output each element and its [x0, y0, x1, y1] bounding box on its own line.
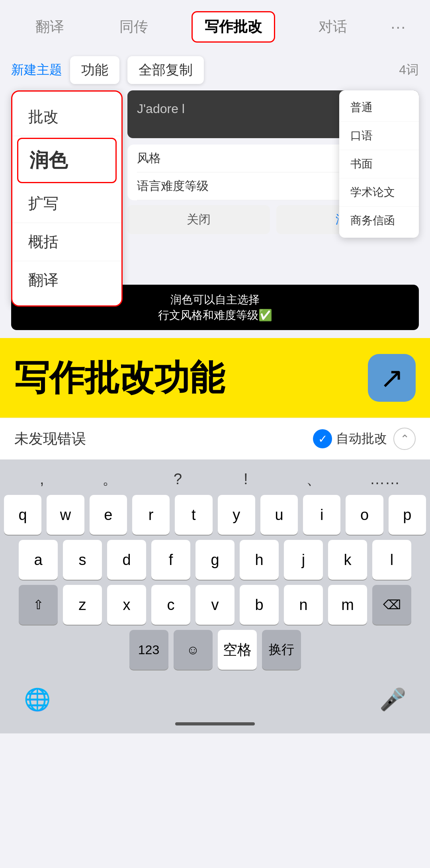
key-n[interactable]: n	[284, 585, 323, 625]
key-row-2: a s d f g h j k l	[0, 540, 430, 580]
emoji-key[interactable]: ☺	[174, 630, 213, 670]
delete-key[interactable]: ⌫	[372, 585, 411, 625]
up-arrow-button[interactable]: ⌃	[393, 428, 416, 450]
key-l[interactable]: l	[372, 540, 411, 580]
toolbar: 新建主题 功能 全部复制 4词	[0, 50, 430, 90]
key-p[interactable]: p	[389, 495, 426, 535]
key-g[interactable]: g	[195, 540, 235, 580]
nav-dialogue[interactable]: 对话	[307, 12, 359, 41]
big-banner-icon: ↗	[368, 354, 416, 402]
home-indicator	[0, 718, 430, 733]
auto-correct-label: 自动批改	[336, 430, 387, 448]
key-exclaim[interactable]: !	[234, 471, 258, 488]
big-banner-text: 写作批改功能	[14, 360, 225, 395]
special-key-row: , 。 ? ! 、 ……	[0, 466, 430, 495]
function-button[interactable]: 功能	[70, 56, 119, 84]
check-icon: ✓	[313, 429, 332, 448]
key-b[interactable]: b	[240, 585, 279, 625]
main-layout: J'adore l ⌄ 普通 口语 书面 学术论文 商务信函 风格 普通 › 语…	[0, 90, 430, 282]
key-row-4: 123 ☺ 空格 换行	[0, 630, 430, 674]
numbers-key[interactable]: 123	[129, 630, 168, 670]
key-e[interactable]: e	[90, 495, 127, 535]
key-row-1: q w e r t y u i o p	[0, 495, 430, 535]
style-option-written[interactable]: 书面	[339, 150, 419, 178]
status-text: 未发现错误	[14, 429, 86, 449]
key-m[interactable]: m	[328, 585, 367, 625]
shift-key[interactable]: ⇧	[19, 585, 58, 625]
key-u[interactable]: u	[260, 495, 298, 535]
difficulty-label: 语言难度等级	[137, 178, 209, 194]
big-banner: 写作批改功能 ↗	[0, 338, 430, 418]
style-option-spoken[interactable]: 口语	[339, 122, 419, 150]
bottom-bar: 🌐 🎤	[0, 679, 430, 718]
menu-item-翻译[interactable]: 翻译	[12, 261, 121, 299]
arrow-icon: ↗	[380, 361, 404, 395]
key-d[interactable]: d	[107, 540, 146, 580]
key-k[interactable]: k	[328, 540, 367, 580]
space-key[interactable]: 空格	[218, 630, 257, 670]
key-f[interactable]: f	[151, 540, 190, 580]
key-o[interactable]: o	[346, 495, 383, 535]
style-popup: 普通 口语 书面 学术论文 商务信函	[339, 90, 419, 238]
key-period[interactable]: 。	[98, 469, 122, 489]
key-v[interactable]: v	[195, 585, 235, 625]
nav-translate[interactable]: 翻译	[23, 12, 76, 41]
globe-icon[interactable]: 🌐	[24, 687, 51, 712]
key-q[interactable]: q	[4, 495, 41, 535]
key-j[interactable]: j	[284, 540, 323, 580]
menu-item-润色[interactable]: 润色	[17, 138, 117, 183]
home-bar	[175, 722, 255, 725]
style-option-business[interactable]: 商务信函	[339, 207, 419, 235]
nav-simultaneous[interactable]: 同传	[108, 12, 160, 41]
auto-correct[interactable]: ✓ 自动批改	[313, 429, 387, 448]
style-label: 风格	[137, 150, 161, 166]
nav-writing[interactable]: 写作批改	[192, 11, 275, 43]
key-z[interactable]: z	[63, 585, 102, 625]
key-r[interactable]: r	[132, 495, 170, 535]
key-s[interactable]: s	[63, 540, 102, 580]
menu-item-扩写[interactable]: 扩写	[12, 185, 121, 223]
key-row-3: ⇧ z x c v b n m ⌫	[0, 585, 430, 625]
dropdown-menu: 批改 润色 扩写 概括 翻译	[11, 90, 123, 307]
keyboard: , 。 ? ! 、 …… q w e r t y u i o p a s d f…	[0, 459, 430, 733]
more-button[interactable]: ···	[391, 18, 406, 36]
key-pause[interactable]: 、	[302, 469, 326, 489]
key-h[interactable]: h	[240, 540, 279, 580]
new-topic-button[interactable]: 新建主题	[11, 61, 62, 79]
menu-item-批改[interactable]: 批改	[12, 98, 121, 136]
status-bar: 未发现错误 ✓ 自动批改 ⌃	[0, 418, 430, 459]
style-option-normal[interactable]: 普通	[339, 94, 419, 122]
key-w[interactable]: w	[47, 495, 84, 535]
key-ellipsis[interactable]: ……	[370, 471, 400, 488]
style-option-academic[interactable]: 学术论文	[339, 178, 419, 207]
mic-icon[interactable]: 🎤	[379, 687, 406, 712]
key-a[interactable]: a	[19, 540, 58, 580]
copy-all-button[interactable]: 全部复制	[127, 56, 204, 84]
menu-item-概括[interactable]: 概括	[12, 223, 121, 261]
key-y[interactable]: y	[218, 495, 255, 535]
top-nav: 翻译 同传 写作批改 对话 ···	[0, 0, 430, 50]
word-count: 4词	[399, 61, 419, 79]
key-c[interactable]: c	[151, 585, 190, 625]
return-key[interactable]: 换行	[262, 630, 301, 670]
key-t[interactable]: t	[175, 495, 212, 535]
key-question[interactable]: ?	[166, 471, 190, 488]
status-right: ✓ 自动批改 ⌃	[313, 428, 416, 450]
key-i[interactable]: i	[303, 495, 340, 535]
text-preview-content: J'adore l	[137, 102, 185, 116]
key-comma[interactable]: ,	[30, 471, 54, 488]
key-x[interactable]: x	[107, 585, 146, 625]
close-button[interactable]: 关闭	[127, 205, 270, 234]
